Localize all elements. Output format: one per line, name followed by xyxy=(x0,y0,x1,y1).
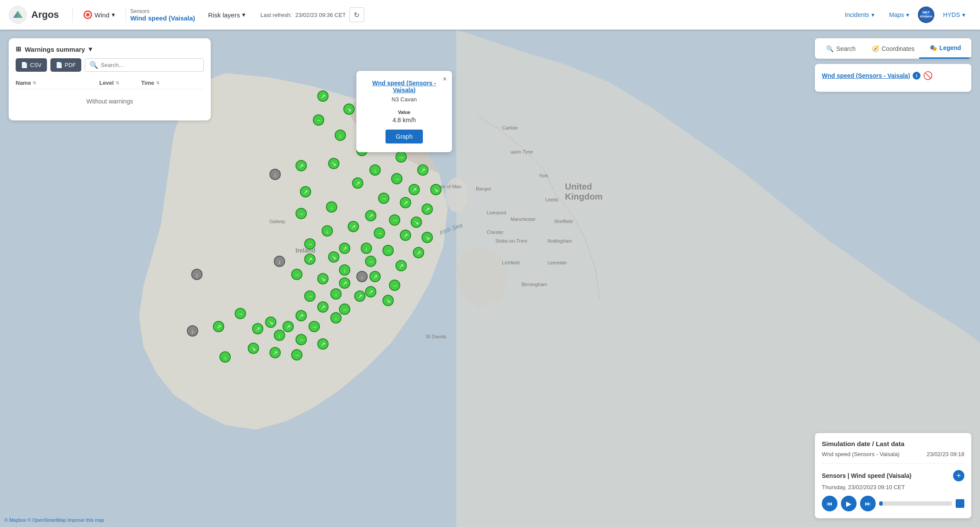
sensor-dot[interactable]: ↗ xyxy=(252,323,263,334)
sensor-dot[interactable]: ↗ xyxy=(417,164,429,176)
maps-nav[interactable]: Maps ▾ xyxy=(883,8,915,22)
sensor-dot[interactable]: → xyxy=(313,114,324,126)
sensor-dot[interactable]: ↗ xyxy=(282,321,294,332)
sensor-dot[interactable]: ↓ xyxy=(339,264,350,276)
sensor-dot[interactable]: → xyxy=(304,238,316,250)
sensor-dot[interactable]: ↘ xyxy=(265,317,276,328)
sensor-dot[interactable]: ↘ xyxy=(343,103,355,115)
sensor-dot[interactable]: → xyxy=(339,304,350,315)
sensor-dot[interactable]: ↓ xyxy=(187,325,198,337)
graph-button[interactable]: Graph xyxy=(385,130,423,143)
sensor-dot[interactable]: ↓ xyxy=(335,130,346,141)
sensor-dot[interactable]: ↗ xyxy=(369,271,381,282)
sensor-dot[interactable]: → xyxy=(374,227,385,239)
risk-layers-nav[interactable]: Risk layers ▾ xyxy=(202,7,252,22)
sensor-dot[interactable]: ↗ xyxy=(317,301,329,313)
sensor-dot[interactable]: ↓ xyxy=(274,256,285,267)
sensor-dot[interactable]: ↗ xyxy=(395,260,407,271)
sensor-dot[interactable]: ↓ xyxy=(369,164,381,176)
sensor-dot[interactable]: ↗ xyxy=(296,310,307,321)
sensor-add-button[interactable]: + xyxy=(953,470,964,481)
sensor-dot[interactable]: ↘ xyxy=(422,232,433,243)
progress-bar[interactable] xyxy=(879,501,952,506)
legend-eye-button[interactable]: 🚫 xyxy=(923,71,933,80)
sensor-dot[interactable]: ↘ xyxy=(328,251,339,263)
sensor-dot[interactable]: ↘ xyxy=(317,273,329,284)
sensors-value[interactable]: Wind speed (Vaisala) xyxy=(130,14,195,22)
sensor-dot[interactable]: ↗ xyxy=(296,160,307,171)
sensor-dot[interactable]: → xyxy=(235,308,246,319)
sensor-dot[interactable]: → xyxy=(389,214,400,226)
sensor-dot[interactable]: ↓ xyxy=(191,269,203,280)
sensor-dot[interactable]: ↗ xyxy=(365,210,376,221)
refresh-button[interactable]: ↻ xyxy=(349,7,364,22)
sensor-dot[interactable]: ↘ xyxy=(248,343,259,354)
sensor-dot[interactable]: → xyxy=(391,173,402,184)
sensor-dot[interactable]: ↓ xyxy=(322,225,333,237)
next-next-button[interactable]: ⏭ xyxy=(860,496,876,511)
sensor-dot[interactable]: ↗ xyxy=(352,177,363,189)
sensor-dot[interactable]: ↓ xyxy=(326,201,337,213)
warnings-header[interactable]: ⊞ Warnings summary ▾ xyxy=(16,45,204,53)
sensor-dot[interactable]: ↗ xyxy=(365,286,376,297)
sensor-dot[interactable]: → xyxy=(395,151,407,163)
sensor-dot[interactable]: ↓ xyxy=(274,330,285,341)
col-name-sort-icon[interactable]: ⇅ xyxy=(33,80,36,85)
sensor-dot[interactable]: ↗ xyxy=(304,253,316,265)
popup-close-button[interactable]: × xyxy=(443,75,447,83)
popup-title[interactable]: Wnd speed (Sensors - Vaisala) xyxy=(367,80,442,93)
sensor-dot[interactable]: ↗ xyxy=(409,184,420,195)
mapbox-attribution[interactable]: © Mapbox xyxy=(4,517,26,523)
sensor-dot[interactable]: ↗ xyxy=(317,338,329,350)
osm-attribution[interactable]: © OpenStreetMap xyxy=(27,517,66,523)
sensor-dot[interactable]: ↓ xyxy=(361,243,372,254)
legend-info-button[interactable]: i xyxy=(913,72,920,80)
prev-prev-button[interactable]: ⏮ xyxy=(822,496,837,511)
sensor-dot[interactable]: ↘ xyxy=(430,184,442,195)
sensor-dot[interactable]: ↘ xyxy=(328,158,339,169)
sensor-dot[interactable]: ↗ xyxy=(269,347,281,358)
play-button[interactable]: ▶ xyxy=(841,496,857,511)
sensor-dot[interactable]: ↗ xyxy=(413,247,424,258)
sensor-dot[interactable]: → xyxy=(291,269,302,280)
map-area[interactable]: Ireland UnitedKingdom Irish Sea Carlisle… xyxy=(0,30,980,527)
wind-nav-item[interactable]: Wind ▾ xyxy=(77,7,121,23)
sensor-dot[interactable]: → xyxy=(382,245,394,256)
tab-coordinates[interactable]: 🧭 Coordinates xyxy=(867,38,919,59)
sensor-dot[interactable]: ↗ xyxy=(213,321,224,332)
sensor-dot[interactable]: ↓ xyxy=(330,288,342,300)
sensor-dot[interactable]: ↗ xyxy=(400,230,411,241)
warnings-search-input[interactable] xyxy=(101,62,199,68)
sensor-dot[interactable]: ↗ xyxy=(348,221,359,232)
sensor-dot[interactable]: → xyxy=(389,280,400,291)
sensor-dot[interactable]: ↗ xyxy=(422,203,433,215)
col-level-sort-icon[interactable]: ⇅ xyxy=(116,80,119,85)
sensor-dot[interactable]: ↘ xyxy=(382,295,394,306)
sensor-dot[interactable]: ↓ xyxy=(330,312,342,324)
csv-button[interactable]: 📄 CSV xyxy=(16,58,47,72)
sensor-dot[interactable]: → xyxy=(365,256,376,267)
sensor-dot[interactable]: → xyxy=(304,290,316,302)
sensor-dot[interactable]: → xyxy=(378,193,389,204)
incidents-nav[interactable]: Incidents ▾ xyxy=(839,8,880,22)
sensor-dot[interactable]: ↘ xyxy=(411,217,422,228)
sensor-dot[interactable]: ↗ xyxy=(339,243,350,254)
tab-legend[interactable]: 🎭 Legend xyxy=(919,38,971,59)
sensor-dot[interactable]: ↗ xyxy=(300,186,311,197)
sensor-dot[interactable]: ↗ xyxy=(317,90,329,102)
improve-map-attribution[interactable]: Improve this map xyxy=(67,517,104,523)
sensor-dot[interactable]: ↗ xyxy=(354,290,365,302)
sensor-dot[interactable]: ↗ xyxy=(400,197,411,208)
sensor-dot[interactable]: ↓ xyxy=(356,271,368,282)
tab-search[interactable]: 🔍 Search xyxy=(815,38,867,59)
sensor-dot[interactable]: → xyxy=(296,208,307,219)
sensor-dot[interactable]: → xyxy=(296,334,307,345)
pdf-button[interactable]: 📄 PDF xyxy=(50,58,81,72)
sensor-dot[interactable]: → xyxy=(291,349,302,360)
col-time-sort-icon[interactable]: ⇅ xyxy=(156,80,159,85)
sensor-dot[interactable]: ↓ xyxy=(269,169,281,180)
sensor-dot[interactable]: → xyxy=(309,321,320,332)
sensor-dot[interactable]: ↗ xyxy=(339,277,350,289)
sensor-dot[interactable]: ↓ xyxy=(219,351,231,363)
hyds-nav[interactable]: HYDS ▾ xyxy=(937,8,971,22)
